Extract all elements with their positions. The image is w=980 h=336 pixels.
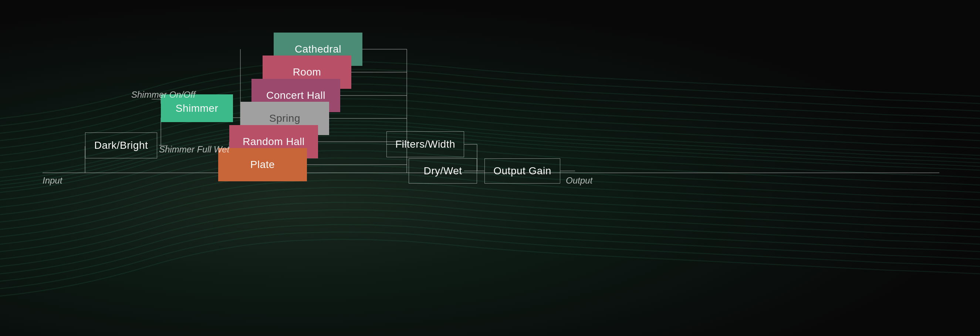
shimmer-on-off-label: Shimmer On/Off [131,89,195,100]
input-label: Input [43,175,62,186]
spring-label: Spring [269,113,300,124]
concert-hall-label: Concert Hall [266,89,325,101]
cathedral-label: Cathedral [295,43,341,55]
plate-block[interactable]: Plate [218,148,307,182]
shimmer-full-wet-label: Shimmer Full Wet [159,143,229,155]
dry-wet-block[interactable]: Dry/Wet [409,158,477,183]
output-gain-block[interactable]: Output Gain [484,158,560,183]
dark-bright-block[interactable]: Dark/Bright [85,132,157,158]
dark-bright-label: Dark/Bright [94,140,148,151]
output-label: Output [566,175,592,186]
room-label: Room [293,66,321,78]
plate-label: Plate [250,159,275,170]
shimmer-label: Shimmer [176,102,218,114]
filters-width-label: Filters/Width [395,139,455,150]
filters-width-block[interactable]: Filters/Width [387,131,464,157]
random-hall-label: Random Hall [243,136,304,148]
output-gain-label: Output Gain [493,165,551,177]
dry-wet-label: Dry/Wet [423,165,462,177]
